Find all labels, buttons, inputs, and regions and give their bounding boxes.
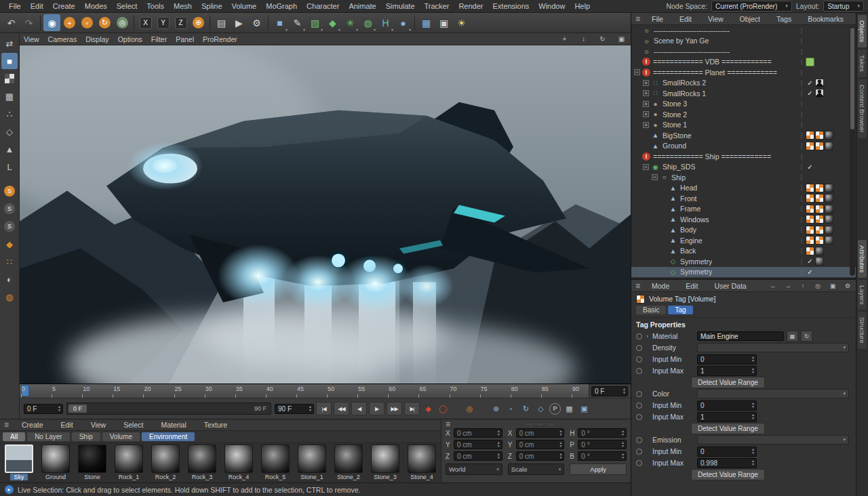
mat-tag-icon[interactable] (806, 131, 814, 140)
primitive-cube-icon[interactable]: ■▾ (271, 14, 288, 31)
snap-modes-icon[interactable]: S (1, 201, 18, 217)
layer-tab-environment[interactable]: Environment (142, 432, 195, 441)
detect-value-range-button[interactable]: Detect Value Range (691, 469, 765, 480)
apply-button[interactable]: Apply (570, 463, 627, 475)
camera-icon[interactable]: ▣ (435, 14, 452, 31)
panel-tab-objects[interactable]: Objects (858, 15, 867, 47)
note-tag-icon[interactable] (806, 58, 814, 66)
viewport-menu-panel[interactable]: Panel (176, 35, 194, 43)
keyframe-dot-icon[interactable] (636, 414, 642, 420)
rotate-view-icon[interactable]: ↻ (597, 35, 608, 43)
mat-tag-icon[interactable] (815, 142, 824, 150)
keyframe-dot-icon[interactable] (636, 437, 642, 443)
material-ball-icon[interactable]: ◐ (1, 271, 18, 287)
next-frame-button[interactable]: ▶▶ (387, 402, 402, 415)
object-row-windows[interactable]: ▲Windows⋮ (631, 214, 856, 225)
input-min-field[interactable]: 0▲▼ (697, 400, 757, 411)
object-menu-tags[interactable]: Tags (772, 14, 796, 24)
texture-browse-icon[interactable]: ▦ (787, 331, 798, 342)
edges-mode-icon[interactable]: ◇ (1, 123, 18, 140)
render-monitor-icon[interactable]: ▣ (578, 402, 591, 415)
menu-mesh[interactable]: Mesh (169, 1, 197, 12)
parent-up-icon[interactable]: ↑ (799, 283, 807, 289)
object-row-smallrocks-1[interactable]: +∷SmallRocks 1⋮✓ (631, 88, 856, 99)
keyframe-dot-icon[interactable] (636, 345, 642, 351)
object-row-stone-2[interactable]: +●Stone 2⋮ (631, 109, 856, 120)
layer-tab-no-layer[interactable]: No Layer (27, 432, 70, 441)
record-rotation-icon[interactable]: ↻ (519, 402, 532, 415)
solo-grid-icon[interactable]: ▦ (563, 402, 576, 415)
ball-tag-icon[interactable] (815, 257, 824, 266)
object-row-front[interactable]: ▲Front⋮ (631, 193, 856, 204)
coord-z-field[interactable]: 0 cm▲▼ (454, 451, 502, 461)
expand-toggle-icon[interactable]: + (643, 111, 649, 117)
live-selection-icon[interactable]: ◉ (43, 14, 60, 31)
visibility-dots-icon[interactable]: ⋮ (797, 258, 806, 265)
expand-toggle-icon[interactable]: − (652, 174, 658, 180)
stepper-arrows-icon[interactable]: ▲▼ (621, 430, 625, 436)
expand-toggle-icon[interactable]: + (643, 101, 649, 107)
render-view-icon[interactable]: ▤ (213, 14, 230, 31)
visibility-dots-icon[interactable]: ⋮ (797, 69, 806, 76)
prev-key-button[interactable]: ◀◀ (334, 402, 349, 415)
keyframe-selection-icon[interactable]: ◎ (463, 402, 476, 415)
color-dropdown[interactable]: ▾ (697, 389, 849, 398)
goto-start-button[interactable]: |◀ (316, 402, 332, 415)
lock-icon[interactable]: ▣ (829, 283, 837, 289)
volume-icon[interactable]: ●▾ (395, 14, 412, 31)
visibility-dots-icon[interactable]: ⋮ (797, 48, 806, 55)
visibility-dots-icon[interactable]: ⋮ (797, 226, 806, 233)
panel-menu-icon[interactable]: ≡ (635, 283, 640, 289)
panel-tab-structure[interactable]: Structure (858, 312, 867, 349)
visibility-dots-icon[interactable]: ⋮ (797, 205, 806, 212)
panel-menu-icon[interactable]: ≡ (446, 421, 450, 428)
layer-tab-ship[interactable]: Ship (72, 432, 100, 441)
mat-tag-icon[interactable] (815, 184, 824, 192)
object-menu-object[interactable]: Object (735, 14, 765, 24)
object-row-back[interactable]: ▲Back⋮ (631, 246, 856, 257)
fields-icon[interactable]: ◍▾ (359, 14, 376, 31)
mat-tag-icon[interactable] (806, 194, 814, 203)
keyframe-dot-icon[interactable] (636, 460, 642, 466)
input-max-field[interactable]: 0.998▲▼ (697, 458, 757, 468)
coord-h-field[interactable]: 0 °▲▼ (578, 428, 627, 438)
tab-tag[interactable]: Tag (668, 306, 692, 314)
menu-mograph[interactable]: MoGraph (261, 1, 302, 12)
visibility-dots-icon[interactable]: ⋮ (797, 247, 806, 254)
light-icon[interactable]: ☀ (453, 14, 470, 31)
mat-tag-icon[interactable] (815, 194, 824, 203)
material-rock-3[interactable]: Rock_3 (184, 445, 220, 482)
attribute-menu-mode[interactable]: Mode (647, 281, 674, 291)
deformers-icon[interactable]: ◆▾ (324, 14, 341, 31)
visibility-dots-icon[interactable]: ⋮ (797, 79, 806, 86)
input-max-field[interactable]: 1▲▼ (697, 412, 757, 422)
material-rock-2[interactable]: Rock_2 (148, 445, 183, 482)
make-editable-icon[interactable]: ⇄ (1, 35, 18, 51)
panel-menu-icon[interactable]: ≡ (635, 16, 640, 22)
history-forward-icon[interactable]: → (784, 283, 792, 289)
model-mode-icon[interactable]: ■ (1, 53, 18, 69)
menu-simulate[interactable]: Simulate (381, 1, 420, 12)
panel-tab-attributes[interactable]: Attributes (858, 240, 867, 278)
ball-tag-icon[interactable] (825, 215, 833, 224)
find-icon[interactable]: ◎ (814, 283, 822, 289)
viewport-menu-filter[interactable]: Filter (151, 35, 167, 43)
coord-z-field[interactable]: 0 cm▲▼ (516, 451, 565, 461)
ball-tag-icon[interactable] (815, 247, 824, 255)
mat-tag-icon[interactable] (815, 226, 824, 234)
record-parameter-icon[interactable]: ◇ (534, 402, 547, 415)
frame-range-slider[interactable]: 0 F90 F (66, 402, 271, 415)
chk-tag-icon[interactable]: ✓ (806, 268, 814, 276)
stepper-arrows-icon[interactable]: ▲▼ (559, 430, 562, 436)
viewport-menu-options[interactable]: Options (118, 35, 142, 43)
visibility-dots-icon[interactable]: ⋮ (797, 27, 806, 34)
viewport-menu-view[interactable]: View (24, 35, 39, 43)
mat-tag-icon[interactable] (815, 131, 824, 140)
expand-toggle-icon[interactable]: + (643, 90, 649, 96)
menu-character[interactable]: Character (302, 1, 344, 12)
z-axis-lock-icon[interactable]: Z (172, 14, 189, 31)
coordinate-system-icon[interactable]: ⊕ (190, 14, 207, 31)
keyframe-dot-icon[interactable] (636, 333, 642, 339)
keyframe-dot-icon[interactable] (636, 391, 642, 397)
expand-toggle-icon[interactable]: − (643, 164, 649, 170)
